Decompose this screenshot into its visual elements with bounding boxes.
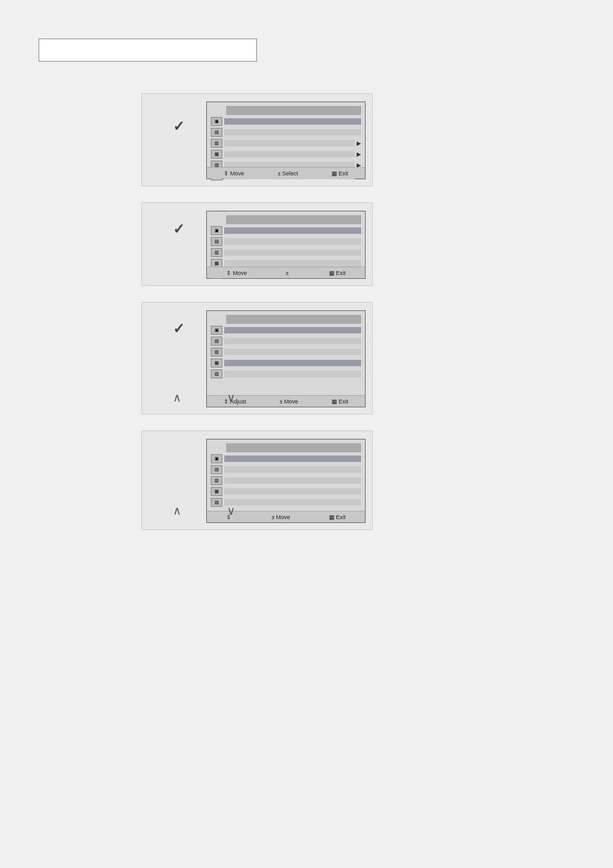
footer-select: ± Select — [278, 170, 298, 177]
nav-arrows-4[interactable]: ∧ ∨ — [173, 504, 244, 518]
menu-icon: ▤ — [211, 337, 222, 346]
footer-exit: ▦ Exit — [332, 398, 348, 405]
panel-section-4: ▣ ▤ ▥ ▦ ▧ ⇕ — [141, 430, 373, 530]
menu-icon: ▦ — [211, 150, 222, 159]
menu-panel-2: ▣ ▤ ▥ ▦ ▧ ⇕ Move — [206, 211, 366, 279]
menu-top-bar-2 — [226, 215, 361, 224]
menu-footer-1: ⇕ Move ± Select ▦ Exit — [207, 167, 365, 179]
menu-bar — [224, 129, 361, 136]
menu-item-row: ▥ — [211, 347, 361, 357]
move-icon: ± — [280, 398, 283, 405]
move-label: Move — [233, 270, 247, 276]
menu-bar — [224, 477, 361, 484]
menu-top-bar-1 — [226, 106, 361, 115]
menu-bar — [224, 456, 361, 462]
menu-item-row: ▦ — [211, 486, 361, 497]
footer-exit: ▦ Exit — [329, 514, 346, 520]
exit-icon: ▦ — [332, 170, 337, 177]
menu-icon: ▤ — [211, 465, 222, 474]
menu-item-row: ▧ — [211, 369, 361, 379]
footer-exit: ▦ Exit — [332, 170, 348, 177]
panel-section-2: ✓ ▣ ▤ ▥ ▦ ▧ — [141, 202, 373, 286]
menu-bar — [224, 338, 361, 344]
menu-bar — [224, 227, 361, 234]
exit-icon: ▦ — [329, 514, 335, 520]
checkmark-2: ✓ — [173, 221, 184, 238]
menu-bar — [224, 118, 361, 125]
select-label: Select — [282, 170, 298, 177]
exit-icon: ▦ — [329, 270, 335, 276]
exit-label: Exit — [339, 170, 348, 177]
menu-bar — [224, 140, 355, 146]
menu-bar — [224, 151, 355, 157]
menu-panel-1: ▣ ▤ ▥ ▶ ▦ ▶ ▧ ▶ — [206, 102, 366, 179]
menu-icon: ▥ — [211, 248, 222, 257]
submenu-arrow: ▶ — [357, 151, 361, 157]
menu-bar — [224, 499, 361, 506]
menu-icon: ▥ — [211, 476, 222, 485]
menu-item-row: ▣ — [211, 116, 361, 127]
menu-bar — [224, 349, 361, 355]
nav-arrows-3[interactable]: ∧ ∨ — [173, 391, 244, 405]
menu-item-row: ▤ — [211, 465, 361, 475]
menu-footer-2: ⇕ Move ± ▦ Exit — [207, 267, 365, 278]
footer-move: ⇕ Move — [224, 170, 244, 177]
menu-bar — [224, 327, 361, 333]
checkmark-3: ✓ — [173, 321, 184, 337]
menu-icon: ▣ — [211, 454, 222, 463]
menu-bar — [224, 260, 361, 267]
menu-item-row: ▣ — [211, 226, 361, 236]
menu-icon: ▦ — [211, 359, 222, 368]
footer-move: ⇕ Move — [226, 270, 247, 276]
checkmark-1: ✓ — [173, 118, 184, 135]
top-bar — [39, 39, 257, 62]
menu-bar — [224, 360, 361, 366]
menu-icon: ▧ — [211, 369, 222, 378]
menu-bar — [224, 488, 361, 495]
menu-icon: ▤ — [211, 237, 222, 246]
menu-item-row: ▤ — [211, 336, 361, 346]
menu-item-row: ▥ — [211, 247, 361, 258]
menu-item-row: ▦ ▶ — [211, 149, 361, 159]
menu-item-row: ▣ — [211, 325, 361, 335]
move-label: Move — [276, 514, 290, 520]
move-icon: ⇕ — [224, 170, 229, 177]
menu-icon: ▥ — [211, 139, 222, 148]
move-icon: ± — [271, 514, 274, 520]
menu-icon: ▥ — [211, 348, 222, 357]
move-label: Move — [284, 398, 298, 405]
menu-bar — [224, 371, 361, 377]
menu-items-4: ▣ ▤ ▥ ▦ ▧ — [211, 454, 361, 508]
move-icon: ⇕ — [226, 270, 231, 276]
menu-top-bar-3 — [226, 315, 361, 324]
menu-icon: ▣ — [211, 117, 222, 126]
menu-icon: ▦ — [211, 487, 222, 496]
menu-bar — [224, 249, 361, 256]
menu-bar — [224, 466, 361, 473]
footer-exit: ▦ Exit — [329, 270, 346, 276]
select-icon: ± — [286, 270, 289, 276]
submenu-arrow: ▶ — [357, 140, 361, 146]
menu-item-row: ▥ ▶ — [211, 138, 361, 148]
menu-item-row: ▤ — [211, 127, 361, 137]
menu-item-row: ▥ — [211, 475, 361, 486]
select-icon: ± — [278, 170, 281, 177]
footer-move: ± Move — [271, 514, 290, 520]
panel-section-3: ✓ ▣ ▤ ▥ ▦ ▧ — [141, 302, 373, 414]
exit-label: Exit — [336, 270, 346, 276]
menu-icon: ▣ — [211, 226, 222, 235]
move-label: Move — [230, 170, 244, 177]
exit-icon: ▦ — [332, 398, 337, 405]
menu-top-bar-4 — [226, 443, 361, 452]
menu-items-3: ▣ ▤ ▥ ▦ ▧ — [211, 325, 361, 379]
footer-move: ± Move — [280, 398, 298, 405]
footer-select: ± — [286, 270, 290, 276]
exit-label: Exit — [336, 514, 346, 520]
menu-icon: ▤ — [211, 128, 222, 137]
menu-item-row: ▣ — [211, 454, 361, 464]
menu-bar — [224, 238, 361, 245]
exit-label: Exit — [339, 398, 348, 405]
menu-item-row: ▤ — [211, 236, 361, 247]
menu-item-row: ▦ — [211, 358, 361, 368]
panel-section-1: ✓ ▣ ▤ ▥ ▶ ▦ ▶ — [141, 93, 373, 186]
